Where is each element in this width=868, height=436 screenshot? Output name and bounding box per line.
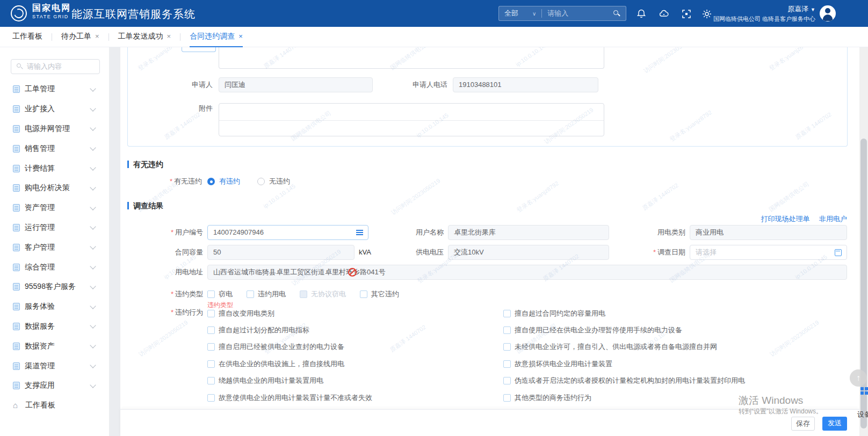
behavior-checkbox-row[interactable]: 擅自改变用电类别 xyxy=(207,305,492,322)
checkbox-icon[interactable] xyxy=(207,377,215,384)
non-electricity-user-link[interactable]: 非用电户 xyxy=(819,215,847,223)
behavior-checkbox-row[interactable]: 伪造或者开启法定的或者授权的计量检定机构加封的用电计量装置封印用电 xyxy=(503,373,852,389)
behavior-checkbox-row[interactable]: 未经供电企业许可，擅自引入、供出电源或者将自备电源擅自并网 xyxy=(503,339,852,355)
back-to-top-button[interactable]: ↑ xyxy=(850,369,867,387)
behavior-checkbox-row[interactable]: 其他类型的商务违约行为 xyxy=(503,389,852,406)
behavior-checkbox-row[interactable]: 绕越供电企业的用电计量装置用电 xyxy=(207,373,492,389)
search-icon[interactable] xyxy=(613,10,620,17)
checkbox-icon[interactable] xyxy=(360,290,367,298)
close-icon[interactable]: × xyxy=(167,32,171,40)
truncated-input[interactable] xyxy=(182,47,216,52)
behavior-checkbox-row[interactable]: 在供电企业的供电设施上，擅自接线用电 xyxy=(207,355,492,372)
supply-voltage-field[interactable]: 交流10kV xyxy=(448,245,609,260)
survey-section-title: 调查结果 xyxy=(133,201,163,211)
divider xyxy=(541,9,542,18)
sidebar-item-购电分析决策[interactable]: 购电分析决策 xyxy=(0,178,109,198)
checkbox-icon[interactable] xyxy=(247,290,254,298)
save-button[interactable]: 保存 xyxy=(791,417,815,431)
behavior-checkbox-row[interactable]: 故意损坏供电企业用电计量装置 xyxy=(503,355,852,372)
sidebar-item-综合管理[interactable]: 综合管理 xyxy=(0,257,109,277)
checkbox-icon[interactable] xyxy=(207,360,215,368)
search-input[interactable]: 请输入 xyxy=(547,9,568,18)
attachment-area[interactable] xyxy=(219,103,604,136)
checkbox-option-窃电[interactable]: 窃电 xyxy=(207,289,233,299)
breach-type-checkbox-group: 窃电违约用电无协议窃电其它违约 xyxy=(207,287,413,302)
sidebar-item-资产管理[interactable]: 资产管理 xyxy=(0,198,109,218)
bell-icon[interactable] xyxy=(636,9,647,19)
checkbox-icon[interactable] xyxy=(207,310,215,317)
checkbox-icon[interactable] xyxy=(503,310,511,317)
checkbox-icon[interactable] xyxy=(503,343,511,351)
radio-option-有违约[interactable]: 有违约 xyxy=(207,177,240,186)
user-no-input[interactable]: 1400724907946 xyxy=(207,225,368,240)
user-name-field[interactable]: 卓里北街果库 xyxy=(448,225,609,240)
attachment-label: 附件 xyxy=(161,101,213,116)
checkbox-icon[interactable] xyxy=(207,290,215,298)
sidebar-item-客户管理[interactable]: 客户管理 xyxy=(0,237,109,257)
calendar-icon[interactable] xyxy=(835,249,842,256)
tab-label: 工单发送成功 xyxy=(118,32,163,41)
sidebar-item-服务体验[interactable]: 服务体验 xyxy=(0,297,109,317)
checkbox-option-其它违约[interactable]: 其它违约 xyxy=(360,289,399,299)
sidebar-item-95598客户服务[interactable]: 95598客户服务 xyxy=(0,277,109,297)
radio-icon[interactable] xyxy=(257,178,265,185)
sidebar-item-数据资产[interactable]: 数据资产 xyxy=(0,336,109,356)
global-search-bar[interactable]: 全部 ∨ 请输入 xyxy=(498,6,626,21)
sidebar-item-支撑应用[interactable]: 支撑应用 xyxy=(0,376,109,396)
user-org-line: 国网临猗供电公司 临猗县客户服务中心 xyxy=(654,15,815,23)
search-scope-select[interactable]: 全部 xyxy=(504,9,518,18)
sidebar-item-销售管理[interactable]: 销售管理 xyxy=(0,139,109,158)
tab-工单发送成功[interactable]: 工单发送成功× xyxy=(118,27,171,47)
sidebar-item-工作看板[interactable]: ⌂工作看板 xyxy=(0,396,109,416)
address-field[interactable]: 山西省运城市临猗县卓里工贸区街道卓里村环乡路041号 xyxy=(207,265,847,280)
grid-squares-icon[interactable] xyxy=(860,387,868,395)
checkbox-option-违约用电[interactable]: 违约用电 xyxy=(247,289,286,299)
print-field-order-link[interactable]: 打印现场处理单 xyxy=(761,215,809,223)
checkbox-icon[interactable] xyxy=(503,377,511,384)
sidebar-item-计费结算[interactable]: 计费结算 xyxy=(0,158,109,178)
behavior-checkbox-row[interactable]: 擅自使用已经在供电企业办理暂停使用手续的电力设备 xyxy=(503,322,852,338)
close-icon[interactable]: × xyxy=(95,32,99,40)
user-menu[interactable]: 原嘉泽 ▼ xyxy=(708,4,815,14)
avatar[interactable] xyxy=(820,5,836,21)
sidebar-divider xyxy=(109,47,120,436)
list-icon[interactable] xyxy=(356,230,363,236)
radio-icon[interactable] xyxy=(207,178,215,185)
survey-date-input[interactable]: 请选择 xyxy=(690,245,847,260)
sidebar-item-数据服务[interactable]: 数据服务 xyxy=(0,317,109,337)
sidebar-item-渠道管理[interactable]: 渠道管理 xyxy=(0,356,109,376)
sidebar-item-运行管理[interactable]: 运行管理 xyxy=(0,218,109,238)
sidebar-item-工单管理[interactable]: 工单管理 xyxy=(0,79,109,99)
elec-category-field[interactable]: 商业用电 xyxy=(690,225,847,240)
contract-capacity-field[interactable]: 50 xyxy=(207,245,355,260)
radio-option-无违约[interactable]: 无违约 xyxy=(257,177,290,186)
sidebar-search-input[interactable]: 请输入内容 xyxy=(11,59,100,74)
truncated-textarea[interactable] xyxy=(219,47,604,69)
sidebar-item-label: 资产管理 xyxy=(25,203,91,213)
checkbox-icon[interactable] xyxy=(503,360,511,368)
behavior-checkbox-row[interactable]: 擅自启用已经被供电企业查封的电力设备 xyxy=(207,339,492,355)
tab-工作看板[interactable]: 工作看板 xyxy=(12,27,42,47)
sidebar-item-电源并网管理[interactable]: 电源并网管理 xyxy=(0,119,109,139)
document-icon xyxy=(13,343,20,350)
close-icon[interactable]: × xyxy=(238,32,243,40)
behavior-checkbox-row[interactable]: 擅自超过计划分配的用电指标 xyxy=(207,322,492,338)
tab-合同违约调查[interactable]: 合同违约调查× xyxy=(190,27,243,47)
tab-待办工单[interactable]: 待办工单× xyxy=(61,27,99,47)
send-button[interactable]: 发送 xyxy=(822,417,847,431)
applicant-phone-field[interactable]: 19103488101 xyxy=(453,77,598,92)
behavior-checkbox-row[interactable]: 故意使供电企业的用电计量装置计量不准或者失效 xyxy=(207,389,492,406)
search-icon xyxy=(16,63,24,70)
sidebar-item-业扩接入[interactable]: 业扩接入 xyxy=(0,99,109,119)
checkbox-icon[interactable] xyxy=(207,326,215,334)
applicant-field[interactable]: 闫匡迪 xyxy=(219,77,373,92)
document-icon xyxy=(13,362,20,370)
checkbox-icon[interactable] xyxy=(207,343,215,351)
checkbox-icon[interactable] xyxy=(503,394,511,402)
breach-radio-group: 有违约无违约 xyxy=(207,174,307,189)
checkbox-icon[interactable] xyxy=(207,394,215,402)
checkbox-label: 擅自使用已经在供电企业办理暂停使用手续的电力设备 xyxy=(515,325,682,335)
checkbox-icon[interactable] xyxy=(503,326,511,334)
behavior-checkbox-row[interactable]: 擅自超过合同约定的容量用电 xyxy=(503,305,852,322)
breach-behavior-label: *违约行为 xyxy=(141,305,203,320)
